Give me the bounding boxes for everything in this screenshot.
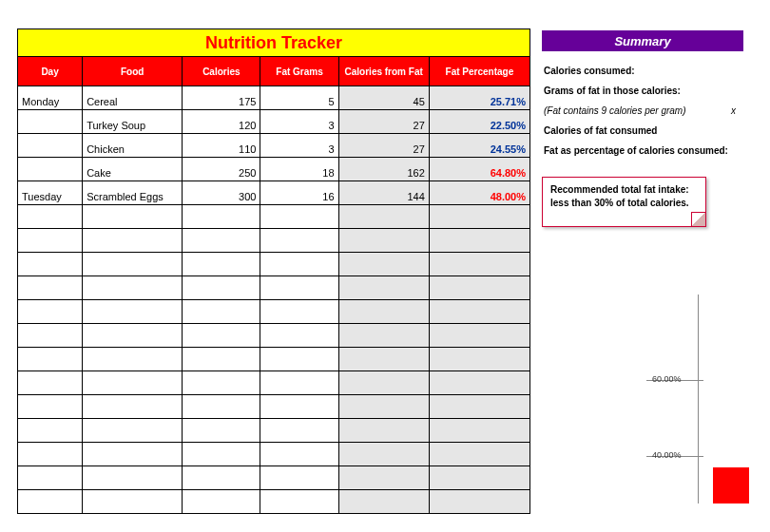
cell-calories[interactable] [183, 324, 260, 348]
cell-day[interactable] [18, 371, 83, 395]
cell-fat-grams[interactable] [260, 443, 338, 466]
cell-fat-percentage[interactable] [429, 371, 529, 395]
cell-calories[interactable] [183, 348, 260, 371]
cell-calories[interactable] [183, 466, 260, 490]
cell-day[interactable] [18, 158, 83, 181]
cell-calories[interactable]: 250 [183, 158, 260, 181]
cell-fat-grams[interactable] [260, 300, 338, 324]
cell-food[interactable] [83, 300, 183, 324]
cell-calories[interactable] [183, 300, 260, 324]
cell-fat-grams[interactable] [260, 419, 338, 443]
cell-calories-from-fat[interactable] [338, 419, 429, 443]
cell-day[interactable] [18, 110, 83, 134]
cell-fat-grams[interactable]: 5 [260, 86, 338, 110]
cell-food[interactable] [83, 229, 183, 253]
cell-fat-percentage[interactable] [429, 253, 529, 276]
cell-food[interactable] [83, 443, 183, 466]
cell-calories-from-fat[interactable] [338, 395, 429, 419]
cell-calories[interactable]: 300 [183, 181, 260, 205]
cell-day[interactable] [18, 443, 83, 466]
cell-calories[interactable] [183, 395, 260, 419]
cell-fat-grams[interactable] [260, 229, 338, 253]
cell-calories-from-fat[interactable] [338, 229, 429, 253]
cell-calories[interactable] [183, 490, 260, 514]
cell-calories[interactable] [183, 229, 260, 253]
cell-day[interactable] [18, 466, 83, 490]
cell-food[interactable] [83, 276, 183, 300]
cell-food[interactable] [83, 371, 183, 395]
cell-food[interactable]: Scrambled Eggs [83, 181, 183, 205]
cell-calories-from-fat[interactable] [338, 490, 429, 514]
cell-calories[interactable] [183, 443, 260, 466]
cell-calories[interactable] [183, 276, 260, 300]
cell-calories-from-fat[interactable] [338, 324, 429, 348]
cell-calories-from-fat[interactable]: 162 [338, 158, 429, 181]
cell-fat-percentage[interactable]: 24.55% [429, 134, 529, 158]
cell-calories[interactable] [183, 253, 260, 276]
cell-day[interactable] [18, 324, 83, 348]
cell-fat-grams[interactable] [260, 253, 338, 276]
cell-fat-percentage[interactable] [429, 229, 529, 253]
cell-food[interactable] [83, 395, 183, 419]
cell-fat-percentage[interactable] [429, 205, 529, 229]
cell-calories-from-fat[interactable]: 27 [338, 134, 429, 158]
cell-calories-from-fat[interactable]: 45 [338, 86, 429, 110]
cell-calories-from-fat[interactable]: 27 [338, 110, 429, 134]
cell-calories[interactable] [183, 205, 260, 229]
cell-fat-percentage[interactable] [429, 300, 529, 324]
cell-fat-percentage[interactable] [429, 276, 529, 300]
cell-calories-from-fat[interactable] [338, 300, 429, 324]
cell-day[interactable] [18, 134, 83, 158]
cell-day[interactable] [18, 300, 83, 324]
cell-fat-percentage[interactable] [429, 466, 529, 490]
cell-day[interactable] [18, 395, 83, 419]
cell-food[interactable] [83, 324, 183, 348]
cell-fat-grams[interactable] [260, 348, 338, 371]
cell-fat-percentage[interactable] [429, 348, 529, 371]
cell-day[interactable] [18, 205, 83, 229]
cell-fat-percentage[interactable] [429, 324, 529, 348]
cell-fat-percentage[interactable]: 25.71% [429, 86, 529, 110]
cell-calories[interactable]: 110 [183, 134, 260, 158]
cell-fat-grams[interactable]: 18 [260, 158, 338, 181]
cell-day[interactable]: Monday [18, 86, 83, 110]
cell-fat-grams[interactable] [260, 324, 338, 348]
cell-fat-grams[interactable] [260, 371, 338, 395]
cell-calories[interactable]: 120 [183, 110, 260, 134]
cell-day[interactable] [18, 229, 83, 253]
cell-day[interactable] [18, 253, 83, 276]
cell-calories[interactable]: 175 [183, 86, 260, 110]
cell-fat-grams[interactable]: 16 [260, 181, 338, 205]
cell-food[interactable] [83, 253, 183, 276]
cell-day[interactable] [18, 276, 83, 300]
cell-food[interactable] [83, 490, 183, 514]
cell-fat-grams[interactable] [260, 490, 338, 514]
cell-calories[interactable] [183, 419, 260, 443]
cell-calories-from-fat[interactable] [338, 348, 429, 371]
cell-calories-from-fat[interactable] [338, 253, 429, 276]
cell-fat-grams[interactable]: 3 [260, 110, 338, 134]
cell-day[interactable] [18, 419, 83, 443]
cell-fat-percentage[interactable] [429, 490, 529, 514]
cell-calories[interactable] [183, 371, 260, 395]
cell-fat-percentage[interactable] [429, 395, 529, 419]
cell-food[interactable]: Chicken [83, 134, 183, 158]
cell-calories-from-fat[interactable]: 144 [338, 181, 429, 205]
cell-calories-from-fat[interactable] [338, 443, 429, 466]
cell-fat-percentage[interactable] [429, 419, 529, 443]
cell-day[interactable] [18, 348, 83, 371]
cell-food[interactable] [83, 419, 183, 443]
cell-fat-grams[interactable] [260, 276, 338, 300]
cell-calories-from-fat[interactable] [338, 205, 429, 229]
cell-fat-percentage[interactable]: 64.80% [429, 158, 529, 181]
cell-food[interactable]: Cereal [83, 86, 183, 110]
cell-food[interactable]: Cake [83, 158, 183, 181]
cell-day[interactable] [18, 490, 83, 514]
cell-food[interactable] [83, 466, 183, 490]
cell-fat-grams[interactable] [260, 395, 338, 419]
cell-fat-percentage[interactable]: 48.00% [429, 181, 529, 205]
cell-fat-percentage[interactable]: 22.50% [429, 110, 529, 134]
cell-fat-grams[interactable]: 3 [260, 134, 338, 158]
cell-food[interactable] [83, 348, 183, 371]
cell-fat-grams[interactable] [260, 466, 338, 490]
